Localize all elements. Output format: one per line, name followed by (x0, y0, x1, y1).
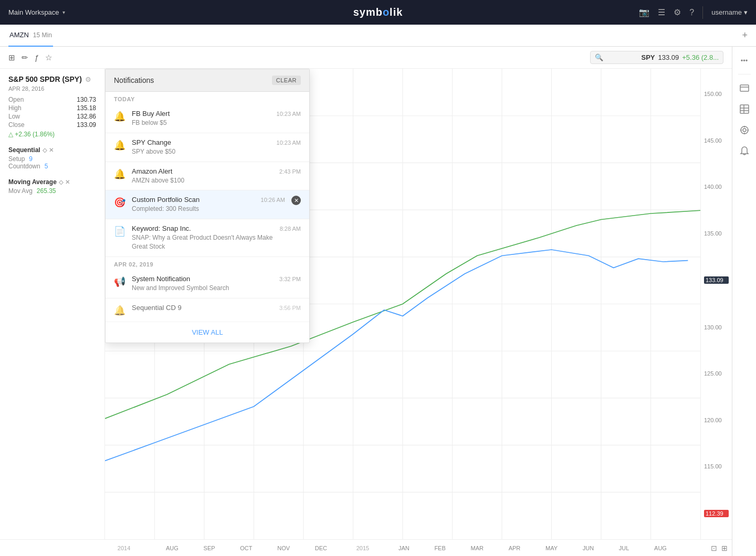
username-label: username (711, 8, 742, 16)
notif-sub-fb: FB below $5 (132, 119, 270, 127)
month-aug: AUG (166, 545, 178, 551)
notif-time-sequential: 3:56 PM (279, 305, 301, 311)
list-icon[interactable]: ☰ (658, 7, 665, 17)
document-icon-snap: 📄 (114, 226, 125, 237)
month-jul: JUL (619, 545, 629, 551)
notif-item-snap[interactable]: 📄 Keyword: Snap Inc. SNAP: Why a Great P… (106, 219, 309, 257)
notif-sub-spy: SPY above $50 (132, 147, 270, 156)
notif-name-fb: FB Buy Alert (132, 110, 270, 117)
search-icon: 🔍 (595, 54, 603, 61)
notif-item-fb-buy[interactable]: 🔔 FB Buy Alert FB below $5 10:23 AM (106, 104, 309, 133)
gear-icon[interactable]: ⚙ (674, 7, 681, 17)
price-140: 140.00 (704, 184, 729, 190)
nav-divider (702, 6, 703, 19)
sequential-settings[interactable]: ◇ (43, 147, 47, 154)
notif-time-portfolio: 10:26 AM (261, 197, 285, 203)
notif-header: Notifications CLEAR (106, 69, 309, 92)
expand-icon[interactable]: ⊡ (711, 544, 717, 552)
mov-avg-val: 265.35 (37, 187, 56, 195)
camera-icon[interactable]: 📷 (639, 7, 649, 17)
mov-avg-label: Mov Avg (8, 187, 33, 195)
delta-val: +2.36 (15, 131, 30, 138)
view-all-button[interactable]: VIEW ALL (106, 322, 309, 343)
chart-change: △ +2.36 (1.86%) (8, 131, 96, 138)
bell-icon-spy: 🔔 (114, 140, 125, 151)
tabs-bar: AMZN 15 Min + (0, 25, 756, 47)
notif-scroll[interactable]: TODAY 🔔 FB Buy Alert FB below $5 10:23 A… (106, 92, 309, 322)
price-125: 125.00 (704, 370, 729, 377)
toolbar: ⊞ ✏ ƒ ☆ 🔍 SPY 133.09 +5.36 (2.8... (0, 47, 732, 69)
crosshair-icon[interactable]: ⊞ (8, 53, 15, 62)
month-oct: OCT (240, 545, 252, 551)
year-2015: 2015 (356, 545, 369, 551)
notif-item-spy[interactable]: 🔔 SPY Change SPY above $50 10:23 AM (106, 133, 309, 162)
notif-sub-portfolio: Completed: 300 Results (132, 205, 255, 213)
notif-time-snap: 8:28 AM (280, 226, 301, 232)
tab-timeframe: 15 Min (33, 31, 52, 39)
notif-name-spy: SPY Change (132, 138, 270, 146)
search-bar[interactable]: 🔍 SPY 133.09 +5.36 (2.8... (590, 51, 723, 64)
more-options-icon[interactable]: ••• (735, 51, 754, 70)
user-chevron: ▾ (744, 8, 748, 16)
draw-icon[interactable]: ✏ (22, 53, 28, 62)
notif-item-amzn[interactable]: 🔔 Amazon Alert AMZN above $100 2:43 PM (106, 162, 309, 191)
notif-body-amzn: Amazon Alert AMZN above $100 (132, 167, 273, 185)
notif-name-sequential: Sequential CD 9 (132, 304, 273, 312)
open-label: Open (8, 96, 24, 103)
star-icon[interactable]: ☆ (45, 53, 52, 62)
notif-name-system: System Notification (132, 275, 273, 283)
user-menu[interactable]: username ▾ (711, 8, 748, 16)
notif-item-portfolio[interactable]: 🎯 Custom Portfolio Scan Completed: 300 R… (106, 190, 309, 219)
function-icon[interactable]: ƒ (35, 53, 39, 62)
tab-amzn[interactable]: AMZN 15 Min (8, 25, 53, 47)
portfolio-sidebar-icon[interactable] (735, 79, 754, 98)
notif-clear-button[interactable]: CLEAR (272, 76, 301, 85)
notif-time-system: 3:32 PM (279, 276, 301, 282)
chart-settings-icon[interactable]: ⚙ (85, 76, 91, 83)
setup-val: 9 (29, 155, 33, 163)
month-sep: SEP (204, 545, 215, 551)
notif-sub-system: New and Improved Symbol Search (132, 284, 273, 293)
app-logo: symbolik (353, 6, 403, 18)
help-icon[interactable]: ? (689, 8, 694, 17)
indicator-moving-avg: Moving Average ◇ ✕ Mov Avg 265.35 (8, 178, 96, 195)
close-label: Close (8, 121, 25, 129)
notif-title: Notifications (114, 76, 154, 84)
target-sidebar-icon[interactable] (735, 121, 754, 140)
notif-body-fb: FB Buy Alert FB below $5 (132, 110, 270, 127)
search-input[interactable] (606, 54, 638, 61)
topnav-right: 📷 ☰ ⚙ ? username ▾ (639, 6, 748, 19)
notif-body-portfolio: Custom Portfolio Scan Completed: 300 Res… (132, 196, 255, 213)
chart-date: APR 28, 2016 (8, 85, 96, 92)
today-label: TODAY (106, 92, 309, 104)
notif-name-portfolio: Custom Portfolio Scan (132, 196, 255, 204)
month-nov: NOV (277, 545, 290, 551)
table-sidebar-icon[interactable] (735, 100, 754, 119)
moving-avg-settings[interactable]: ◇ (59, 179, 63, 186)
month-mar: MAR (471, 545, 484, 551)
collapse-icon[interactable]: ⊞ (721, 544, 728, 552)
price-120: 120.00 (704, 417, 729, 423)
notif-dismiss-portfolio[interactable]: ✕ (291, 196, 301, 205)
workspace-selector[interactable]: Main Workspace ▾ (8, 8, 65, 16)
bell-sidebar-icon[interactable] (735, 142, 754, 161)
price-150: 150.00 (704, 91, 729, 97)
add-tab-button[interactable]: + (742, 30, 748, 41)
chart-symbol-title: S&P 500 SPDR (SPY) (8, 75, 82, 83)
svg-point-26 (741, 126, 748, 134)
high-label: High (8, 104, 22, 112)
chart-left-panel: S&P 500 SPDR (SPY) ⚙ APR 28, 2016 Open 1… (0, 69, 105, 539)
delta-symbol: △ (8, 131, 13, 138)
moving-avg-remove[interactable]: ✕ (65, 179, 70, 186)
open-val: 130.73 (77, 96, 96, 103)
sequential-remove[interactable]: ✕ (49, 147, 54, 154)
month-feb: FEB (434, 545, 445, 551)
chip-price: 133.09 (658, 54, 679, 61)
main-layout: ⊞ ✏ ƒ ☆ 🔍 SPY 133.09 +5.36 (2.8... (0, 47, 756, 556)
svg-point-27 (743, 129, 746, 132)
month-may: MAY (545, 545, 558, 551)
notif-item-sequential[interactable]: 🔔 Sequential CD 9 3:56 PM (106, 298, 309, 322)
delta-pct: (1.86%) (33, 131, 55, 138)
moving-avg-label: Moving Average (8, 178, 57, 186)
notif-item-system[interactable]: 📢 System Notification New and Improved S… (106, 270, 309, 298)
